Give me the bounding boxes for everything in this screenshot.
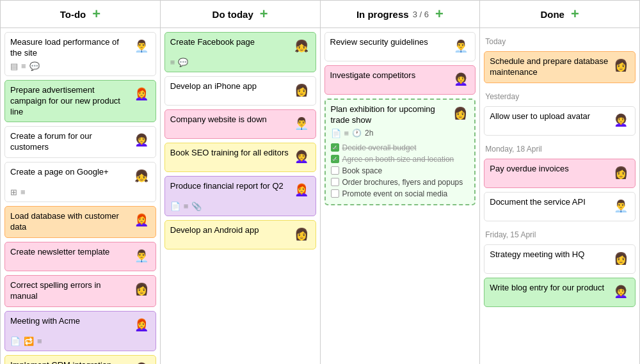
bullets-icon: ≡ (344, 129, 349, 138)
card-c9[interactable]: Implement CRM integration 👩‍🦱 (4, 355, 156, 364)
card-title-d2: Develop an iPhone app (170, 81, 292, 92)
card-title-dn1: Schedule and prepare database maintenanc… (490, 56, 612, 78)
checkbox-3[interactable] (331, 166, 339, 175)
avatar-c7: 👩 (132, 280, 150, 298)
card-title-c1: Measure load performance of the site (10, 37, 132, 59)
card-d6[interactable]: Develop an Android app 👩 (164, 220, 316, 249)
card-title-c2: Prepare advertisement campaign for our n… (10, 85, 132, 118)
card-d4[interactable]: Book SEO training for all editors 👩‍🦱 (164, 143, 316, 172)
checkbox-1[interactable]: ✓ (331, 143, 339, 152)
card-icons-d1: ≡ 💬 (170, 58, 310, 67)
card-title-d6: Develop an Android app (170, 225, 292, 236)
card-i3[interactable]: Plan exhibition for upcoming trade show … (324, 99, 476, 205)
card-title-dn6: Write blog entry for our product (490, 283, 612, 294)
card-c1[interactable]: Measure load performance of the site 👨‍💼… (4, 32, 156, 76)
column-header-done: Done + (480, 1, 639, 28)
grid-icon: ⊞ (10, 187, 17, 197)
kanban-board: To-do + Measure load performance of the … (0, 0, 640, 364)
card-c2[interactable]: Prepare advertisement campaign for our n… (4, 80, 156, 123)
card-title-d1: Create Facebook page (170, 37, 292, 48)
sync-icon: 🔁 (24, 336, 34, 346)
add-dotoday-button[interactable]: + (260, 7, 268, 21)
card-c4[interactable]: Create a page on Google+ 👧 ⊞ ≡ (4, 162, 156, 202)
done-section-monday: Monday, 18 April (484, 142, 636, 155)
card-d3[interactable]: Company website is down 👨‍💼 (164, 109, 316, 139)
chat-icon: 💬 (178, 58, 188, 67)
avatar-d2: 👩 (292, 81, 310, 99)
inprogress-badge: 3 / 6 (413, 10, 429, 19)
todo-body: Measure load performance of the site 👨‍💼… (1, 28, 160, 364)
checklist-text-5: Promote event on social media (342, 189, 448, 198)
add-inprogress-button[interactable]: + (435, 7, 444, 21)
card-title-i3: Plan exhibition for upcoming trade show (331, 104, 452, 126)
checkbox-5[interactable] (331, 189, 339, 198)
doc-icon: 📄 (170, 202, 180, 211)
card-title-c7: Correct spelling errors in manual (10, 280, 132, 302)
card-title-dn4: Document the service API (490, 197, 612, 208)
card-c7[interactable]: Correct spelling errors in manual 👩 (4, 275, 156, 307)
card-i1[interactable]: Review security guidelines 👨‍💼 (324, 32, 476, 61)
card-title-i2: Investigate competitors (330, 70, 452, 81)
card-dn6[interactable]: Write blog entry for our product 👩‍🦱 (484, 278, 636, 307)
checklist-text-2: Agree on booth size and location (342, 155, 454, 164)
card-dn2[interactable]: Allow user to upload avatar 👩‍🦱 (484, 106, 636, 136)
card-title-dn5: Strategy meeting with HQ (490, 249, 612, 260)
card-title-d3: Company website is down (170, 115, 292, 125)
card-dn3[interactable]: Pay overdue invoices 👩 (484, 159, 636, 188)
bullets-icon: ≡ (21, 61, 26, 71)
inprogress-body: Review security guidelines 👨‍💼 Investiga… (321, 28, 480, 364)
card-dn4[interactable]: Document the service API 👨‍💼 (484, 192, 636, 221)
card-d1[interactable]: Create Facebook page 👧 ≡ 💬 (164, 32, 316, 72)
card-c5[interactable]: Load database with customer data 👩‍🦰 (4, 206, 156, 238)
card-i2[interactable]: Investigate competitors 👩‍🦱 (324, 65, 476, 95)
column-title-todo: To-do (60, 9, 86, 20)
avatar-c6: 👨‍💼 (132, 247, 150, 265)
dotoday-body: Create Facebook page 👧 ≡ 💬 Develop an iP… (161, 28, 320, 364)
avatar-d4: 👩‍🦱 (292, 148, 310, 166)
add-todo-button[interactable]: + (92, 7, 100, 21)
avatar-d3: 👨‍💼 (292, 115, 310, 132)
checkbox-2[interactable]: ✓ (331, 155, 339, 163)
card-c8[interactable]: Meeting with Acme 👩‍🦰 📄 🔁 ≡ (4, 311, 156, 351)
column-header-inprogress: In progress 3 / 6 + (321, 1, 480, 28)
card-title-d4: Book SEO training for all editors (170, 148, 292, 159)
column-inprogress: In progress 3 / 6 + Review security guid… (321, 1, 481, 364)
card-dn1[interactable]: Schedule and prepare database maintenanc… (484, 51, 636, 83)
checklist-item-4: Order brochures, flyers and popups (331, 177, 470, 188)
bullets-icon: ≡ (20, 187, 26, 197)
timer-value: 2h (365, 129, 373, 138)
column-done: Done + Today Schedule and prepare databa… (480, 1, 639, 364)
avatar-c1: 👨‍💼 (132, 37, 150, 55)
done-body: Today Schedule and prepare database main… (480, 28, 639, 364)
doc-icon: 📄 (10, 336, 20, 346)
card-title-c5: Load database with customer data (10, 211, 132, 233)
card-title-dn3: Pay overdue invoices (490, 164, 612, 175)
avatar-i3: 👩 (451, 104, 469, 122)
card-c3[interactable]: Create a forum for our customers 👩‍🦱 (4, 126, 156, 158)
card-dn5[interactable]: Strategy meeting with HQ 👩 (484, 244, 636, 274)
card-title-c3: Create a forum for our customers (10, 131, 132, 153)
card-d2[interactable]: Develop an iPhone app 👩 (164, 76, 316, 106)
column-header-todo: To-do + (1, 1, 160, 28)
card-title-c6: Create newsletter template (10, 247, 132, 258)
bullets-icon: ≡ (184, 202, 189, 211)
checklist-i3: ✓ Decide overall budget ✓ Agree on booth… (331, 142, 470, 200)
avatar-d5: 👩‍🦰 (292, 181, 310, 199)
avatar-c9: 👩‍🦱 (132, 360, 150, 364)
card-title-c8: Meeting with Acme (10, 316, 132, 327)
avatar-dn3: 👩 (612, 164, 630, 182)
clock-icon: 🕐 (352, 129, 362, 138)
checkbox-4[interactable] (331, 178, 339, 186)
add-done-button[interactable]: + (571, 7, 579, 21)
avatar-d1: 👧 (292, 37, 310, 55)
checklist-text-1: Decide overall budget (342, 143, 417, 152)
avatar-dn1: 👩 (612, 56, 630, 74)
bullets-icon: ≡ (37, 336, 42, 346)
card-d5[interactable]: Produce financial report for Q2 👩‍🦰 📄 ≡ … (164, 176, 316, 216)
checklist-item-3: Book space (331, 165, 470, 177)
avatar-dn2: 👩‍🦱 (612, 111, 630, 129)
avatar-dn5: 👩 (612, 249, 630, 267)
checklist-item-5: Promote event on social media (331, 188, 470, 200)
card-title-i1: Review security guidelines (330, 37, 452, 48)
card-c6[interactable]: Create newsletter template 👨‍💼 (4, 242, 156, 271)
